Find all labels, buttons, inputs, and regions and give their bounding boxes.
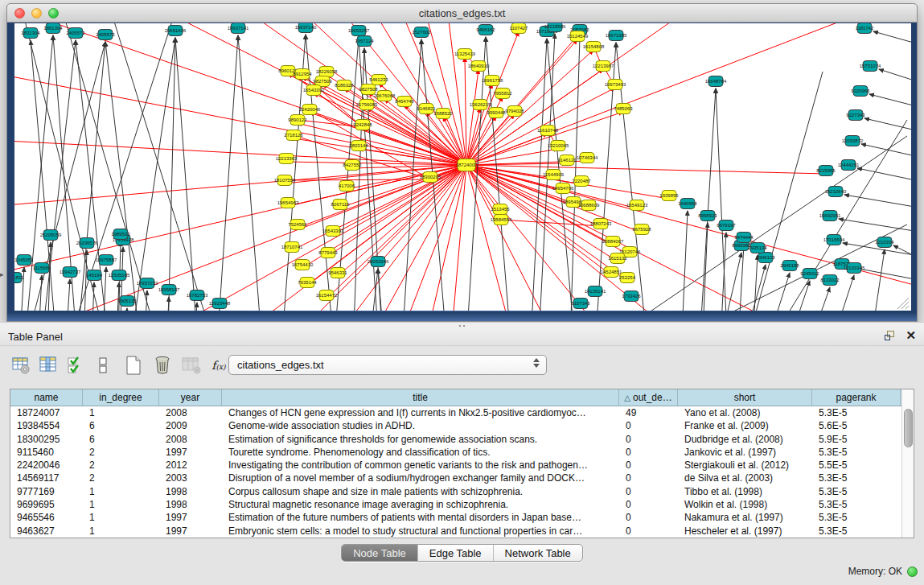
table-cell[interactable]: Yano et al. (2008) [678, 406, 812, 419]
citation-edge[interactable] [14, 23, 466, 165]
table-cell[interactable]: 1998 [159, 485, 222, 498]
tab-node-table[interactable]: Node Table [342, 545, 418, 561]
zoom-window-button[interactable] [48, 8, 59, 19]
citation-edge[interactable] [714, 253, 741, 311]
citation-edge[interactable] [14, 23, 466, 165]
citation-edge[interactable] [127, 38, 175, 311]
citation-edge[interactable] [879, 69, 911, 82]
column-header-title[interactable]: title [222, 389, 619, 406]
citation-edge[interactable] [63, 23, 175, 311]
citation-edge[interactable] [426, 112, 466, 165]
citation-edge[interactable] [466, 23, 911, 165]
citation-edge[interactable] [143, 290, 147, 311]
column-header-short[interactable]: short [678, 389, 812, 406]
table-cell[interactable]: 18724007 [10, 406, 83, 419]
table-cell[interactable]: 22420046 [10, 459, 83, 472]
table-cell[interactable]: 2012 [159, 459, 222, 472]
citation-edge[interactable] [175, 38, 199, 311]
table-cell[interactable]: 1 [83, 525, 159, 538]
column-header-out_de[interactable]: △out_de… [619, 389, 678, 406]
new-attribute-icon[interactable] [122, 354, 145, 377]
table-cell[interactable]: 19384554 [10, 419, 83, 432]
citation-edge[interactable] [285, 179, 430, 180]
citation-edge[interactable] [857, 168, 911, 181]
table-settings-icon[interactable] [10, 354, 32, 377]
citation-edge[interactable] [839, 219, 911, 232]
table-cell[interactable]: Estimation of significance thresholds fo… [222, 433, 619, 446]
citation-edge[interactable] [737, 245, 744, 311]
table-cell[interactable]: 5.3E-5 [812, 485, 901, 498]
table-cell[interactable]: de Silva et al. (2003) [678, 472, 812, 484]
column-header-year[interactable]: year [159, 389, 222, 406]
table-row[interactable]: 977716911998Corpus callosum shape and si… [10, 485, 901, 498]
citation-edge[interactable] [14, 23, 466, 165]
table-cell[interactable]: 0 [619, 472, 678, 484]
table-cell[interactable]: 5.6E-5 [812, 419, 901, 432]
table-cell[interactable]: 2009 [159, 419, 222, 432]
citation-edge[interactable] [115, 282, 119, 311]
table-cell[interactable]: 1 [83, 511, 159, 524]
table-cell[interactable]: Estimation of the future numbers of pati… [222, 511, 619, 524]
citation-edge[interactable] [123, 308, 127, 311]
table-cell[interactable]: 5.3E-5 [812, 472, 901, 484]
table-cell[interactable]: Franke et al. (2009) [678, 419, 812, 432]
table-cell[interactable]: 2 [83, 459, 159, 472]
citation-edge[interactable] [102, 23, 466, 165]
table-columns-icon[interactable] [37, 354, 60, 377]
table-cell[interactable]: 9463627 [10, 525, 83, 538]
table-cell[interactable]: 0 [619, 498, 678, 511]
divider-grip-icon[interactable] [458, 324, 466, 328]
table-cell[interactable]: 2008 [159, 433, 222, 446]
citation-edge[interactable] [63, 23, 164, 311]
citation-edge[interactable] [466, 165, 618, 262]
citation-edge[interactable] [167, 38, 175, 311]
table-cell[interactable]: 9115460 [10, 446, 83, 459]
resize-grip-icon[interactable] [901, 302, 909, 309]
table-cell[interactable]: 14569117 [10, 472, 83, 484]
citation-edge[interactable] [111, 23, 220, 311]
table-cell[interactable]: 0 [619, 433, 678, 446]
table-cell[interactable]: 1997 [159, 511, 222, 524]
table-row[interactable]: 911546021997Tourette syndrome. Phenomeno… [10, 446, 901, 459]
citation-edge[interactable] [778, 120, 907, 311]
tab-edge-table[interactable]: Edge Table [418, 545, 494, 561]
table-cell[interactable]: 5.3E-5 [812, 446, 901, 459]
import-table-icon[interactable] [180, 354, 203, 377]
resize-grip-icon[interactable] [906, 306, 909, 309]
citation-edge[interactable] [64, 279, 70, 311]
table-row[interactable]: 1830029562008Estimation of significance … [10, 433, 901, 446]
citation-edge[interactable] [216, 35, 238, 311]
minimize-window-button[interactable] [31, 8, 42, 19]
table-row[interactable]: 946362711997Embryonic stem cells: a mode… [10, 525, 901, 538]
citation-edge[interactable] [634, 225, 907, 311]
table-cell[interactable]: Nakamura et al. (1997) [678, 511, 812, 524]
table-cell[interactable]: 5.9E-5 [812, 433, 901, 446]
table-cell[interactable]: 1997 [159, 525, 222, 538]
table-cell[interactable]: 2003 [159, 472, 222, 484]
table-cell[interactable]: Dudbridge et al. (2008) [678, 433, 812, 446]
close-panel-icon[interactable]: ✕ [906, 330, 916, 341]
table-cell[interactable]: Tibbo et al. (1998) [678, 485, 812, 498]
table-row[interactable]: 1456911722003Disruption of a novel membe… [10, 472, 901, 484]
column-header-name[interactable]: name [10, 389, 83, 406]
table-cell[interactable]: 0 [619, 525, 678, 538]
network-canvas[interactable]: 1831304186130424055722405573206914061993… [14, 23, 911, 311]
float-panel-icon[interactable] [885, 330, 896, 341]
row-height-icon[interactable] [92, 354, 114, 377]
table-cell[interactable]: 1998 [159, 498, 222, 511]
table-cell[interactable]: Embryonic stem cells: a model to study s… [222, 525, 619, 538]
citation-edge[interactable] [759, 273, 790, 311]
column-header-in_degree[interactable]: in_degree [83, 389, 159, 406]
citation-edge[interactable] [873, 31, 911, 44]
table-cell[interactable]: Structural magnetic resonance image aver… [222, 498, 619, 511]
table-cell[interactable]: 9777169 [10, 485, 83, 498]
table-cell[interactable]: Stergiakouli et al. (2012) [678, 459, 812, 472]
table-row[interactable]: 2242004622012Investigating the contribut… [10, 459, 901, 472]
table-cell[interactable]: 6 [83, 433, 159, 446]
table-cell[interactable]: 0 [619, 446, 678, 459]
citation-edge[interactable] [333, 165, 466, 234]
table-cell[interactable]: 9699695 [10, 498, 83, 511]
table-cell[interactable]: Wolkin et al. (1998) [678, 498, 812, 511]
function-builder-icon[interactable]: f(x) [207, 354, 230, 377]
table-scrollbar[interactable] [901, 389, 914, 538]
